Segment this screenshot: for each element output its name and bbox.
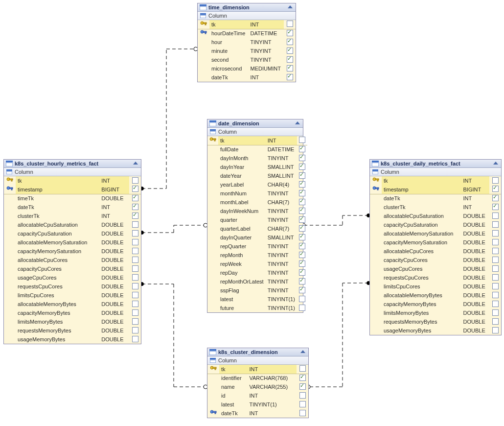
column-checkbox[interactable] xyxy=(297,260,307,268)
column-row[interactable]: quarterTINYINT xyxy=(207,215,307,224)
column-checkbox[interactable] xyxy=(297,171,307,180)
column-row[interactable]: hourDateTimeDATETIME xyxy=(198,29,296,38)
column-row[interactable]: dayInMonthTINYINT xyxy=(207,154,307,163)
column-row[interactable]: clusterTkINT xyxy=(4,212,141,220)
column-checkbox[interactable] xyxy=(297,180,307,189)
column-checkbox[interactable] xyxy=(297,365,308,374)
column-checkbox[interactable] xyxy=(129,238,141,247)
table-title-bar[interactable]: time_dimension xyxy=(198,3,296,12)
column-checkbox[interactable] xyxy=(284,47,296,55)
column-row[interactable]: allocatableCpuSaturationDOUBLE xyxy=(4,220,141,229)
column-checkbox[interactable] xyxy=(129,229,141,238)
collapse-icon[interactable] xyxy=(132,161,139,166)
column-checkbox[interactable] xyxy=(129,264,141,273)
column-checkbox[interactable] xyxy=(489,256,501,264)
column-checkbox[interactable] xyxy=(297,277,307,286)
column-row[interactable]: tkINT xyxy=(198,20,296,29)
column-row[interactable]: usageCpuCoresDOUBLE xyxy=(370,264,501,273)
column-checkbox[interactable] xyxy=(129,203,141,212)
column-checkbox[interactable] xyxy=(297,374,308,382)
column-checkbox[interactable] xyxy=(129,212,141,220)
column-checkbox[interactable] xyxy=(129,326,141,335)
column-checkbox[interactable] xyxy=(297,233,307,242)
column-row[interactable]: sspFlagTINYINT xyxy=(207,286,307,295)
column-row[interactable]: futureTINYINT(1) xyxy=(207,304,307,312)
column-checkbox[interactable] xyxy=(489,185,501,194)
column-checkbox[interactable] xyxy=(297,295,307,304)
column-checkbox[interactable] xyxy=(489,291,501,300)
column-checkbox[interactable] xyxy=(489,220,501,229)
column-row[interactable]: allocatableCpuCoresDOUBLE xyxy=(4,256,141,264)
column-row[interactable]: tkINT xyxy=(4,176,141,185)
column-row[interactable]: limitsMemoryBytesDOUBLE xyxy=(370,308,501,317)
column-row[interactable]: latestTINYINT(1) xyxy=(207,295,307,304)
column-row[interactable]: allocatableMemorySaturationDOUBLE xyxy=(4,238,141,247)
column-checkbox[interactable] xyxy=(297,154,307,163)
column-checkbox[interactable] xyxy=(297,163,307,171)
column-checkbox[interactable] xyxy=(129,220,141,229)
table-k8s-cluster-dimension[interactable]: k8s_cluster_dimension Column tkINTidenti… xyxy=(207,348,309,418)
table-daily-metrics-fact[interactable]: k8s_cluster_daily_metrics_fact Column tk… xyxy=(369,159,502,335)
column-checkbox[interactable] xyxy=(129,273,141,282)
column-row[interactable]: capacityMemoryBytesDOUBLE xyxy=(4,308,141,317)
column-row[interactable]: usageMemoryBytesDOUBLE xyxy=(4,335,141,344)
table-title-bar[interactable]: k8s_cluster_dimension xyxy=(207,348,308,356)
column-row[interactable]: tkINT xyxy=(207,136,307,145)
column-checkbox[interactable] xyxy=(489,212,501,220)
column-row[interactable]: dateYearSMALLINT xyxy=(207,171,307,180)
collapse-icon[interactable] xyxy=(287,4,294,10)
column-row[interactable]: dateTkINT xyxy=(370,194,501,203)
column-row[interactable]: secondTINYINT xyxy=(198,55,296,64)
column-row[interactable]: repQuarterTINYINT xyxy=(207,242,307,251)
column-checkbox[interactable] xyxy=(284,29,296,38)
column-row[interactable]: dateTkINT xyxy=(4,203,141,212)
column-row[interactable]: quarterLabelCHAR(7) xyxy=(207,224,307,233)
column-checkbox[interactable] xyxy=(129,176,141,185)
column-row[interactable]: dayInWeekNumTINYINT xyxy=(207,207,307,215)
column-row[interactable]: dateTkINT xyxy=(207,409,308,418)
column-row[interactable]: repWeekTINYINT xyxy=(207,260,307,268)
column-checkbox[interactable] xyxy=(129,247,141,256)
column-checkbox[interactable] xyxy=(129,185,141,194)
column-row[interactable]: limitsMemoryBytesDOUBLE xyxy=(4,317,141,326)
column-row[interactable]: capacityCpuSaturationDOUBLE xyxy=(370,220,501,229)
column-row[interactable]: capacityCpuSaturationDOUBLE xyxy=(4,229,141,238)
column-row[interactable]: capacityMemoryBytesDOUBLE xyxy=(370,300,501,308)
column-checkbox[interactable] xyxy=(297,189,307,198)
column-row[interactable]: nameVARCHAR(255) xyxy=(207,382,308,391)
column-checkbox[interactable] xyxy=(297,391,308,400)
column-checkbox[interactable] xyxy=(489,247,501,256)
column-checkbox[interactable] xyxy=(284,64,296,73)
column-checkbox[interactable] xyxy=(297,400,308,409)
column-row[interactable]: repMonthTINYINT xyxy=(207,251,307,260)
column-row[interactable]: yearLabelCHAR(4) xyxy=(207,180,307,189)
table-title-bar[interactable]: date_dimension xyxy=(207,119,303,128)
column-checkbox[interactable] xyxy=(489,308,501,317)
collapse-icon[interactable] xyxy=(492,161,499,166)
column-row[interactable]: dayInQuarterSMALLINT xyxy=(207,233,307,242)
column-row[interactable]: usageCpuCoresDOUBLE xyxy=(4,273,141,282)
column-row[interactable]: usageMemoryBytesDOUBLE xyxy=(370,326,501,335)
table-time-dimension[interactable]: time_dimension Column tkINThourDateTimeD… xyxy=(197,3,296,82)
column-row[interactable]: tkINT xyxy=(207,365,308,374)
column-row[interactable]: fullDateDATETIME xyxy=(207,145,307,154)
column-checkbox[interactable] xyxy=(129,291,141,300)
column-row[interactable]: allocatableCpuSaturationDOUBLE xyxy=(370,212,501,220)
column-row[interactable]: capacityMemorySaturationDOUBLE xyxy=(4,247,141,256)
column-row[interactable]: clusterTkINT xyxy=(370,203,501,212)
column-row[interactable]: repDayTINYINT xyxy=(207,268,307,277)
column-checkbox[interactable] xyxy=(284,38,296,47)
table-hourly-metrics-fact[interactable]: k8s_cluster_hourly_metrics_fact Column t… xyxy=(3,159,141,344)
column-checkbox[interactable] xyxy=(297,251,307,260)
column-checkbox[interactable] xyxy=(297,198,307,207)
column-row[interactable]: allocatableMemorySaturationDOUBLE xyxy=(370,229,501,238)
column-checkbox[interactable] xyxy=(129,335,141,344)
collapse-icon[interactable] xyxy=(294,120,301,126)
column-checkbox[interactable] xyxy=(297,145,307,154)
column-row[interactable]: capacityMemorySaturationDOUBLE xyxy=(370,238,501,247)
column-checkbox[interactable] xyxy=(129,194,141,203)
column-checkbox[interactable] xyxy=(129,256,141,264)
column-checkbox[interactable] xyxy=(489,273,501,282)
column-row[interactable]: minuteTINYINT xyxy=(198,47,296,55)
column-checkbox[interactable] xyxy=(489,194,501,203)
